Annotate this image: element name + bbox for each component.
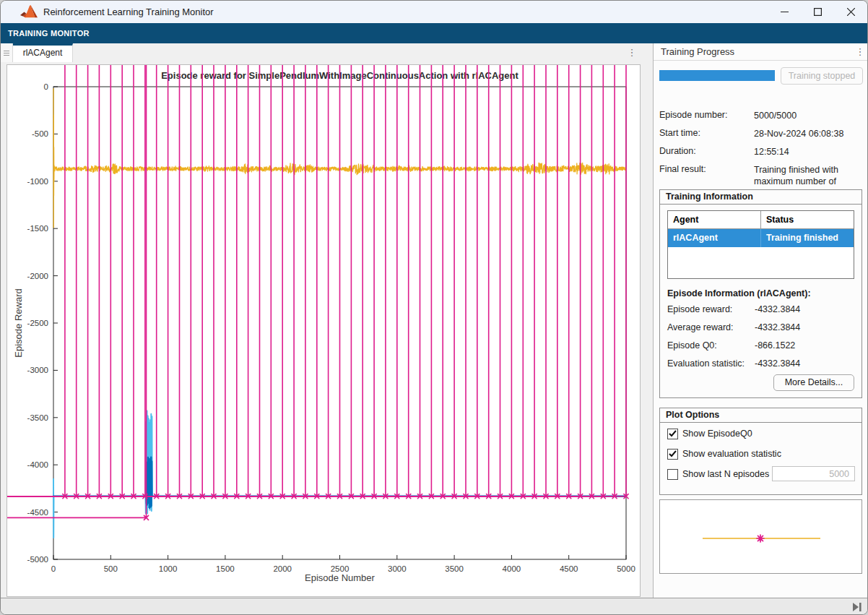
status-bar[interactable]: [1, 598, 867, 615]
more-details-button[interactable]: More Details...: [773, 374, 854, 391]
ribbon-label: TRAINING MONITOR: [1, 23, 867, 43]
training-progress-panel: Training Progress ⋮ Training stopped Epi…: [653, 43, 868, 598]
check-icon: [669, 450, 677, 457]
training-progress-bar: [659, 70, 775, 81]
table-header-row: Agent Status: [668, 211, 854, 229]
column-header-agent: Agent: [668, 211, 760, 228]
episode-information-title: Episode Information (rlACAgent):: [667, 288, 811, 298]
panel-kebab-icon[interactable]: ⋮: [854, 43, 866, 61]
svg-text:Episode Reward: Episode Reward: [13, 288, 24, 357]
tab-label: rlACAgent: [23, 48, 63, 58]
option-show-last-n-episodes[interactable]: Show last N episodes: [667, 468, 769, 480]
last-n-episodes-input[interactable]: [772, 466, 855, 481]
agent-status-table: Agent Status rlACAgent Training finished: [667, 210, 854, 279]
svg-text:4500: 4500: [560, 564, 578, 573]
svg-text:-1500: -1500: [27, 224, 48, 233]
training-stopped-button[interactable]: Training stopped: [781, 67, 863, 85]
check-icon: [669, 430, 677, 437]
training-monitor-ribbon: TRAINING MONITOR: [1, 23, 867, 43]
svg-text:3500: 3500: [445, 564, 464, 573]
matlab-logo-icon: [20, 4, 38, 20]
option-show-episodeq0[interactable]: Show EpisodeQ0: [667, 428, 752, 439]
checkbox-show-episodeq0[interactable]: [667, 429, 678, 439]
option-show-evaluation-statistic[interactable]: Show last N episodes Show evaluation sta…: [667, 448, 781, 460]
svg-text:5000: 5000: [617, 564, 635, 573]
app-window: Reinforcement Learning Training Monitor …: [0, 0, 868, 615]
svg-text:1500: 1500: [216, 564, 235, 573]
checkbox-show-last-n-episodes[interactable]: [667, 469, 678, 480]
tab-rlacagent[interactable]: rlACAgent: [13, 43, 73, 62]
svg-text:-4000: -4000: [27, 460, 48, 469]
training-information-title: Training Information: [660, 190, 862, 205]
svg-text:-500: -500: [32, 129, 48, 138]
svg-text:-4500: -4500: [27, 508, 48, 517]
panel-header: Training Progress ⋮: [654, 43, 868, 61]
minimize-icon: [781, 8, 789, 16]
svg-text:0: 0: [44, 82, 48, 91]
svg-text:2000: 2000: [273, 564, 292, 573]
legend-preview-chart: [660, 500, 862, 573]
column-header-status: Status: [760, 211, 854, 228]
svg-text:-3500: -3500: [27, 413, 48, 422]
table-row-rlacagent[interactable]: rlACAgent Training finished: [668, 229, 854, 247]
svg-text:-3000: -3000: [27, 366, 48, 374]
maximize-button[interactable]: [801, 1, 834, 23]
close-icon: [847, 8, 855, 16]
training-information-group: Training Information Agent Status rlACAg…: [659, 189, 862, 398]
maximize-icon: [814, 8, 822, 16]
svg-text:500: 500: [104, 564, 118, 573]
legend-preview-box: [659, 499, 862, 574]
svg-text:-5000: -5000: [27, 555, 48, 564]
plot-options-title: Plot Options: [660, 408, 862, 423]
window-title: Reinforcement Learning Training Monitor: [43, 7, 214, 17]
svg-text:-2500: -2500: [27, 319, 48, 327]
svg-text:0: 0: [51, 564, 56, 573]
document-grip-icon[interactable]: [1, 43, 13, 62]
title-bar: Reinforcement Learning Training Monitor: [1, 1, 867, 23]
svg-text:1000: 1000: [159, 564, 178, 573]
svg-text:Episode Number: Episode Number: [305, 572, 375, 583]
plot-options-group: Plot Options Show EpisodeQ0 Show last N …: [659, 408, 862, 495]
svg-text:-1000: -1000: [27, 177, 48, 186]
checkbox-show-evaluation-statistic[interactable]: [667, 449, 678, 460]
tab-strip: rlACAgent ⋮: [1, 43, 641, 62]
svg-text:-2000: -2000: [27, 272, 48, 280]
svg-text:4000: 4000: [503, 564, 521, 573]
minimize-button[interactable]: [768, 1, 801, 23]
tab-actions-kebab-icon[interactable]: ⋮: [626, 44, 638, 61]
expand-panel-icon[interactable]: [852, 603, 862, 611]
close-button[interactable]: [834, 1, 867, 23]
panel-title: Training Progress: [661, 43, 734, 61]
svg-text:3000: 3000: [388, 564, 407, 573]
episode-reward-chart-panel: 0500100015002000250030003500400045005000…: [6, 64, 641, 597]
episode-reward-chart: 0500100015002000250030003500400045005000…: [7, 65, 640, 596]
